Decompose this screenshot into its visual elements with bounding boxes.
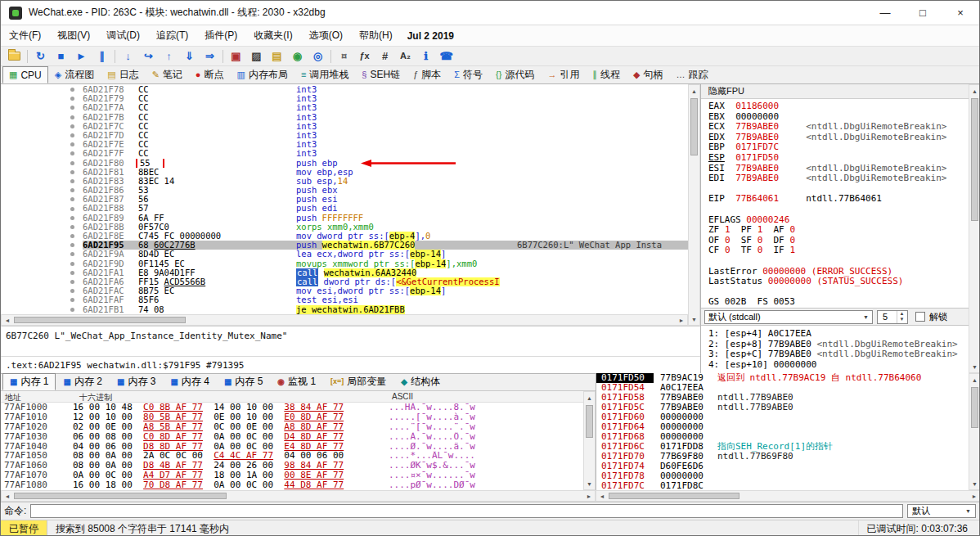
breakpoint-dot[interactable] xyxy=(70,142,74,146)
scroll-thumb[interactable] xyxy=(609,493,739,499)
breakpoint-dot[interactable] xyxy=(70,106,74,110)
register-line[interactable]: LastStatus 00000000 (STATUS_SUCCESS) xyxy=(708,277,969,287)
breakpoint-dot[interactable] xyxy=(70,308,74,312)
menu-item[interactable]: 收藏夹(I) xyxy=(245,25,300,46)
dock-tab-memory-1[interactable]: ▦内存 1 xyxy=(2,373,56,390)
dock-tab-memory-2[interactable]: ▦内存 2 xyxy=(56,373,109,390)
dock-tab-memory-4[interactable]: ▦内存 4 xyxy=(163,373,216,390)
scroll-thumb[interactable] xyxy=(971,387,978,428)
breakpoint-dot[interactable] xyxy=(70,124,74,128)
disasm-row[interactable]: 6AD21F9D0F1145 ECmovups xmmword ptr ss:[… xyxy=(1,259,688,268)
dump-row[interactable]: 77AF101012 00 10 00 80 5B AF 77 0E 00 10… xyxy=(1,412,583,422)
register-line[interactable]: EIP 77B64061 ntdll.77B64061 xyxy=(708,194,969,205)
scroll-thumb[interactable] xyxy=(971,98,978,221)
dock-tab-watch-1[interactable]: ◉监视 1 xyxy=(270,373,323,390)
breakpoint-dot[interactable] xyxy=(70,197,74,201)
hash-button[interactable]: # xyxy=(375,47,395,65)
tab-memory-map[interactable]: ▥内存布局 xyxy=(231,66,294,83)
restart-button[interactable]: ↻ xyxy=(30,47,51,65)
stack-argument-line[interactable]: 4: [esp+10] 00000000 xyxy=(708,360,969,371)
dump-row[interactable]: 77AF103006 00 08 00 C0 8D AF 77 0A 00 0C… xyxy=(1,432,583,442)
disasm-row[interactable]: 6AD21F8756push esi xyxy=(1,195,688,204)
breakpoint-dot[interactable] xyxy=(70,216,74,220)
stack-row[interactable]: 0171FD74D60FE6D6 xyxy=(596,462,969,471)
pause-button[interactable]: ∥ xyxy=(92,47,112,65)
breakpoint-dot[interactable] xyxy=(70,170,74,174)
comments-button[interactable]: ▤ xyxy=(267,47,287,65)
breakpoint-dot[interactable] xyxy=(70,188,74,192)
menu-item[interactable]: 帮助(H) xyxy=(351,25,401,46)
argument-count-stepper[interactable]: 5 ▲▼ xyxy=(877,310,908,324)
disasm-row[interactable]: 6AD21F818BECmov ebp,esp xyxy=(1,168,688,177)
stack-row[interactable]: 0171FD5077B9AC19返回到 ntdll.77B9AC19 自 ntd… xyxy=(596,373,969,383)
dump-row[interactable]: 77AF106008 00 0A 00 D8 4B AF 77 24 00 26… xyxy=(1,461,583,471)
scroll-thumb[interactable] xyxy=(14,493,227,499)
breakpoint-dot[interactable] xyxy=(70,289,74,293)
disasm-row[interactable]: 6AD21F8383EC 14sub esp,14 xyxy=(1,177,688,186)
disasm-row[interactable]: 6AD21F8EC745 FC 00000000mov dword ptr ss… xyxy=(1,232,688,241)
tab-cpu[interactable]: ▦CPU xyxy=(2,66,48,83)
tab-graph[interactable]: ◈流程图 xyxy=(48,66,101,83)
dock-tab-memory-3[interactable]: ▦内存 3 xyxy=(110,373,163,390)
tab-trace[interactable]: …跟踪 xyxy=(669,66,714,83)
execute-till-return-button[interactable]: ↑ xyxy=(159,47,179,65)
scroll-left-icon[interactable]: ◄ xyxy=(596,491,608,501)
scylla-button[interactable]: ☎ xyxy=(436,47,456,65)
stack-row[interactable]: 0171FD6000000000 xyxy=(596,412,969,422)
breakpoint-dot[interactable] xyxy=(70,271,74,275)
breakpoint-dot[interactable] xyxy=(70,115,74,119)
stack-row[interactable]: 0171FD7C0171FD8C xyxy=(596,481,969,490)
tab-script[interactable]: ƒ脚本 xyxy=(407,66,447,83)
scroll-right-icon[interactable]: ► xyxy=(583,491,595,501)
menu-item[interactable]: 视图(V) xyxy=(49,25,98,46)
breakpoint-dot[interactable] xyxy=(70,262,74,266)
register-line[interactable]: GS 002B FS 0053 xyxy=(708,297,969,305)
breakpoint-dot[interactable] xyxy=(70,179,74,183)
register-line[interactable]: CF 0 TF 0 IF 1 xyxy=(708,245,969,256)
breakpoint-dot[interactable] xyxy=(70,252,74,256)
disassembly-vscrollbar[interactable]: ▲ ▼ xyxy=(688,84,700,326)
disasm-row[interactable]: 6AD21F7CCCint3 xyxy=(1,122,688,131)
scroll-up-icon[interactable]: ▲ xyxy=(689,85,699,97)
menu-item[interactable]: 插件(P) xyxy=(196,25,245,46)
scroll-left-icon[interactable]: ◄ xyxy=(2,315,13,325)
stack-row[interactable]: 0171FD5C77B9ABE0ntdll.77B9ABE0 xyxy=(596,403,969,412)
dump-row[interactable]: 77AF100016 00 10 48 C0 8B AF 77 14 00 10… xyxy=(1,403,583,412)
trace-into-button[interactable]: ⇓ xyxy=(179,47,200,65)
dump-hscrollbar[interactable]: ◄ ► xyxy=(1,490,596,502)
scroll-thumb[interactable] xyxy=(690,98,698,155)
breakpoint-dot[interactable] xyxy=(70,161,74,165)
registers-vscrollbar[interactable]: ▲ ▼ xyxy=(969,84,980,373)
dock-tab-locals[interactable]: [x=]局部变量 xyxy=(323,373,393,390)
tab-call-stack[interactable]: ≡调用堆栈 xyxy=(294,66,355,83)
disasm-row[interactable]: 6AD21F7BCCint3 xyxy=(1,113,688,122)
assembler-button[interactable]: A₂ xyxy=(395,47,416,65)
stack-row[interactable]: 0171FD6400000000 xyxy=(596,422,969,432)
calculator-button[interactable]: ƒx xyxy=(354,47,375,65)
maximize-button[interactable]: □ xyxy=(904,1,942,25)
disasm-row[interactable]: 6AD21FAF85F6test esi,esi xyxy=(1,295,688,304)
calling-convention-dropdown[interactable]: 默认 (stdcall) ▼ xyxy=(704,310,873,324)
breakpoint-dot[interactable] xyxy=(70,133,74,137)
breakpoint-dot[interactable] xyxy=(70,97,74,101)
stack-row[interactable]: 0171FD7800000000 xyxy=(596,471,969,481)
dock-tab-memory-5[interactable]: ▦内存 5 xyxy=(217,373,270,390)
dump-row[interactable]: 77AF108016 00 18 00 70 D8 AF 77 0A 00 0C… xyxy=(1,480,583,490)
disasm-row[interactable]: 6AD21FA6FF15 ACD5566Bcall dword ptr ds:[… xyxy=(1,277,688,286)
disasm-row[interactable]: 6AD21FA1E8 9A04D1FFcall wechatwin.6AA324… xyxy=(1,268,688,277)
menu-item[interactable]: 选项(O) xyxy=(301,25,351,46)
scroll-thumb[interactable] xyxy=(586,405,593,438)
scroll-down-icon[interactable]: ▼ xyxy=(969,478,980,489)
menu-item[interactable]: 追踪(T) xyxy=(148,25,196,46)
scroll-up-icon[interactable]: ▲ xyxy=(584,392,595,403)
disassembly-hscrollbar[interactable]: ◄ ► xyxy=(1,314,688,326)
dump-row[interactable]: 77AF105008 00 0A 00 2A 0C 0C 00 C4 4C AF… xyxy=(1,451,583,461)
dump-row[interactable]: 77AF10700A 00 0C 00 A4 D7 AF 77 18 00 1A… xyxy=(1,471,583,480)
tab-references[interactable]: →引用 xyxy=(541,66,586,83)
dump-vscrollbar[interactable]: ▲ ▼ xyxy=(583,391,596,490)
stack-vscrollbar[interactable]: ▲ ▼ xyxy=(969,373,980,490)
dump-row[interactable]: 77AF104004 00 06 00 D8 8D AF 77 0A 00 0C… xyxy=(1,442,583,452)
tab-seh[interactable]: §SEH链 xyxy=(355,66,407,83)
stop-button[interactable]: ■ xyxy=(51,47,71,65)
unlock-checkbox[interactable] xyxy=(915,312,925,322)
